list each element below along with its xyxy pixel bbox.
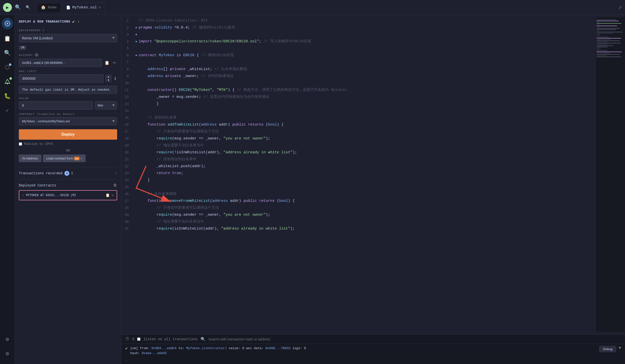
icon-sidebar: 📋 🔍 ⬡ 🐛 ✓ ⚙ ⚙ (0, 15, 15, 364)
console-time-icon: ⏱ (125, 337, 129, 341)
account-copy-button[interactable]: 📋 (103, 60, 110, 66)
environment-select[interactable]: Remix VM (London) (19, 34, 117, 42)
gas-limit-info-button[interactable]: ℹ (113, 75, 117, 82)
tab-mytoken[interactable]: 📄 MyToken.sol ✕ (62, 3, 105, 12)
run-button[interactable]: ▶ (3, 3, 12, 12)
expand-icon[interactable]: ⤢ (618, 5, 622, 10)
minimap-lines (595, 17, 625, 59)
deployed-contract-close-icon[interactable]: ✕ (112, 193, 114, 197)
deploy-button[interactable]: Deploy (19, 129, 117, 140)
account-add-icon[interactable]: ➕ (34, 53, 39, 57)
panel-check-icon: ✔ (72, 19, 75, 24)
zoom-out-button[interactable]: 🔍 (14, 3, 22, 11)
top-bar: ▶ 🔍 🔍 🏠 Home 📄 MyToken.sol ✕ ⤢ (0, 0, 625, 15)
deploy-panel: DEPLOY & RUN TRANSACTIONS ✔ › ENVIRONMEN… (15, 15, 121, 364)
deployed-contract-copy-icon[interactable]: 📋 (105, 193, 110, 197)
sidebar-icon-settings[interactable]: ⚙ (2, 334, 12, 344)
code-line-9: 9 address private _owner; // 合约控制者地址 (121, 73, 595, 80)
sidebar-icon-logo[interactable] (2, 18, 13, 29)
console-search-icon: 🔍 (201, 337, 206, 342)
svg-point-2 (6, 23, 8, 25)
zoom-in-button[interactable]: 🔍 (24, 3, 32, 11)
account-row: 0x5B3...eddC4 (99.9999999... 📋 ✏ (19, 59, 117, 67)
load-contract-dots-icon: ••• (74, 157, 79, 160)
sidebar-icon-debug[interactable]: 🐛 (2, 91, 12, 101)
code-line-8: 8 address[] private _whiteList; // 白名单地址… (121, 66, 595, 73)
log-expand-icon[interactable]: ▼ (619, 346, 621, 350)
tab-close-icon[interactable]: ✕ (99, 5, 101, 9)
sidebar-icon-files[interactable]: 📋 (2, 34, 12, 44)
console-prompt: › (121, 358, 625, 364)
code-line-23: 23 return true; (121, 170, 595, 177)
sidebar-icon-plugin[interactable]: ⬡ (2, 62, 12, 72)
value-unit-select[interactable]: Wei (95, 101, 117, 109)
sidebar-icon-test[interactable]: ✓ (2, 105, 12, 115)
sidebar-icon-settings2[interactable]: ⚙ (2, 349, 12, 359)
code-line-16: 16 function addToWhiteList(address addr)… (121, 121, 595, 128)
log-success-icon: ✔ (125, 346, 128, 351)
value-row: Wei ▼ (19, 101, 117, 110)
at-address-button[interactable]: At Address (19, 154, 41, 162)
transactions-expand-icon[interactable]: › (115, 171, 117, 175)
code-editor[interactable]: 1 // SPDX-License-Identifier: MIT 2 ● pr… (121, 15, 625, 334)
code-line-24: 24 } (121, 177, 595, 184)
code-line-22: 22 _whiteList.push(addr); (121, 163, 595, 170)
code-line-25: 25 (121, 184, 595, 191)
account-select-wrapper: 0x5B3...eddC4 (99.9999999... (19, 59, 102, 67)
log-text-line2: hash: 0xdae...a6e02 (130, 351, 167, 355)
load-contract-button[interactable]: Load contract from ••• e (43, 154, 86, 162)
code-line-3: 3 ● (121, 31, 595, 38)
log-value-label: value: 0 wei (229, 346, 254, 350)
panel-title: DEPLOY & RUN TRANSACTIONS ✔ › (19, 19, 117, 24)
or-divider: OR (19, 149, 117, 152)
gas-limit-up-button[interactable]: ▲ (106, 75, 111, 79)
console-search-input[interactable] (209, 337, 308, 341)
gas-tooltip: The default gas limit is 3M. Adjust as n… (19, 86, 117, 94)
code-line-1: 1 // SPDX-License-Identifier: MIT (121, 17, 595, 24)
tab-home[interactable]: 🏠 Home (37, 3, 61, 12)
tab-bar: 🏠 Home 📄 MyToken.sol ✕ (37, 3, 105, 12)
panel-arrow-icon[interactable]: › (77, 19, 80, 24)
code-line-18: 18 require(msg.sender == _owner, "you ar… (121, 135, 595, 142)
sidebar-icon-deploy[interactable] (2, 77, 12, 87)
deployed-header: Deployed Contracts 🗑 (19, 183, 117, 188)
code-line-4: 4 ● import "@openzeppelin/contracts/toke… (121, 38, 595, 45)
log-data-value: 0x608...70033 (265, 346, 292, 350)
sidebar-icon-search[interactable]: 🔍 (2, 48, 12, 58)
deploy-contract-expand-icon[interactable]: › (22, 194, 24, 197)
code-line-2: 2 ● pragma solidity ^0.8.4; // 编译的Solidi… (121, 24, 595, 31)
account-select[interactable]: 0x5B3...eddC4 (99.9999999... (19, 59, 102, 67)
account-label: ACCOUNT ➕ (19, 53, 117, 57)
environment-select-wrapper: Remix VM (London) ▼ (19, 34, 117, 42)
load-contract-extend-icon: e (80, 156, 82, 160)
account-edit-button[interactable]: ✏ (112, 60, 117, 66)
transactions-info-icon[interactable]: ℹ (71, 171, 73, 176)
code-line-11: 11 constructor() ERC20("MyToken", "MTK")… (121, 87, 595, 93)
tab-mytoken-label: MyToken.sol (72, 5, 97, 10)
environment-info-icon[interactable]: ⚡ (42, 28, 45, 32)
tab-home-label: Home (48, 5, 57, 10)
transactions-header[interactable]: Transactions recorded 1 ℹ › (19, 171, 117, 176)
deployed-contracts-section: Deployed Contracts 🗑 › MYTOKEN AT 0XD91.… (19, 179, 117, 200)
environment-label: ENVIRONMENT ⚡ (19, 28, 117, 32)
value-input[interactable] (19, 101, 93, 110)
console-log: ✔ [vm] from: 0x5B3...eddC4 to: MyToken.(… (121, 344, 625, 358)
code-line-7: 7 (121, 59, 595, 66)
publish-ipfs-checkbox[interactable] (19, 142, 22, 146)
code-line-15: 15 // 添加到白名单 (121, 114, 595, 121)
trash-icon[interactable]: 🗑 (113, 183, 117, 188)
code-line-29: 29 require(msg.sender == _owner, "you ar… (121, 212, 595, 218)
debug-button[interactable]: Debug (599, 346, 616, 352)
log-prefix: [vm] (130, 346, 140, 350)
deployed-label: Deployed Contracts (19, 183, 56, 187)
log-to-value: MyToken.(constructor) (186, 346, 229, 350)
code-line-31: 31 require(isInWhiteList(addr), "address… (121, 225, 595, 232)
home-icon: 🏠 (41, 5, 46, 10)
deployed-contract-item: › MYTOKEN AT 0XD91...39138 (MI 📋 ✕ (19, 190, 117, 200)
listen-checkbox[interactable] (137, 337, 140, 341)
log-data-label: data: (254, 346, 265, 350)
gas-limit-down-button[interactable]: ▼ (106, 79, 111, 82)
contract-select[interactable]: MyToken - contracts/MyToken.sol (19, 117, 117, 125)
gas-limit-input[interactable] (19, 74, 103, 83)
code-line-26: 26 // 从白名单移除 (121, 191, 595, 198)
